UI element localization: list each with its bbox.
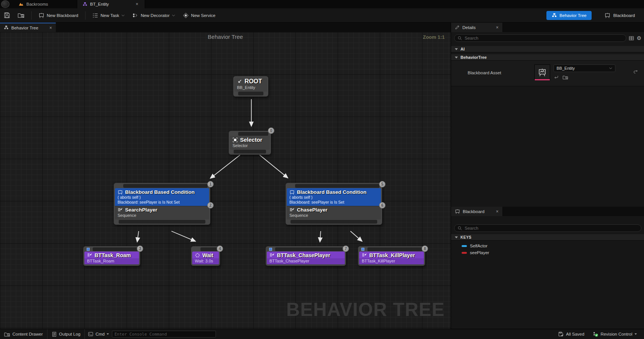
blackboard-search-input[interactable] — [465, 226, 638, 230]
input-pin[interactable] — [238, 132, 268, 136]
blackboard-mode-button[interactable]: Blackboard — [601, 11, 639, 20]
display-filter-icon[interactable] — [629, 35, 634, 41]
category-ai[interactable]: AI — [451, 46, 644, 52]
input-pin[interactable] — [93, 247, 138, 251]
right-panel: Details × ⚙ AI BehaviorTree Blackboard A… — [451, 23, 644, 329]
collapse-arrow-icon — [455, 48, 458, 50]
behavior-tree-mode-label: Behavior Tree — [560, 13, 587, 18]
unreal-logo-icon[interactable] — [1, 0, 9, 8]
input-pin[interactable] — [123, 184, 208, 188]
output-pin[interactable] — [238, 92, 263, 95]
node-subtitle: BTTask_Roam — [84, 258, 139, 264]
output-pin[interactable] — [119, 220, 205, 224]
new-task-button[interactable]: New Task — [89, 11, 129, 20]
browse-to-asset-button[interactable] — [14, 11, 28, 20]
tab-behavior-tree-graph[interactable]: Behavior Tree × — [0, 23, 56, 32]
behavior-tree-graph-canvas[interactable]: Behavior Tree Zoom 1:1 BEHAVIOR TREE — [0, 32, 451, 329]
node-root[interactable]: ROOT BB_Entity — [233, 76, 268, 97]
folder-search-icon — [18, 12, 24, 18]
tab-backrooms[interactable]: Backrooms — [13, 0, 77, 8]
close-icon[interactable]: × — [496, 25, 499, 30]
tab-details[interactable]: Details × — [451, 23, 502, 32]
composite-sequence[interactable]: ChasePlayer Sequence — [287, 206, 381, 219]
settings-gear-icon[interactable]: ⚙ — [636, 35, 641, 41]
details-tab-label: Details — [462, 25, 476, 30]
decorator-abort-mode: ( aborts self ) — [289, 195, 378, 200]
chevron-down-icon — [172, 14, 175, 17]
blackboard-asset-dropdown[interactable]: BB_Entity — [554, 64, 615, 72]
key-row-selfactor[interactable]: SelfActor — [451, 242, 644, 249]
category-label: BehaviorTree — [460, 55, 487, 60]
asset-thumbnail[interactable] — [534, 64, 550, 80]
node-wait[interactable]: Wait Wait: 3.0s 4 — [191, 246, 220, 266]
output-pin[interactable] — [234, 150, 266, 153]
new-service-label: New Service — [191, 13, 216, 18]
input-pin[interactable] — [367, 247, 422, 251]
collapse-arrow-icon — [455, 236, 458, 238]
content-drawer-label: Content Drawer — [12, 332, 43, 336]
node-bttask-roam[interactable]: BTTask_Roam BTTask_Roam 3 — [83, 246, 140, 266]
details-search-input[interactable] — [465, 36, 623, 40]
close-icon[interactable]: × — [49, 25, 52, 31]
close-icon[interactable]: × — [496, 209, 499, 214]
category-behaviortree[interactable]: BehaviorTree — [451, 54, 644, 61]
node-selector[interactable]: Selector Selector 0 — [229, 131, 271, 155]
node-bttask-chaseplayer[interactable]: BTTask_ChasePlayer BTTask_ChasePlayer 7 — [266, 246, 346, 266]
category-keys[interactable]: KEYS — [451, 234, 644, 241]
execution-index-badge: 8 — [422, 245, 428, 252]
new-service-button[interactable]: New Service — [179, 11, 219, 20]
all-saved-indicator[interactable]: All Saved — [554, 329, 589, 339]
key-row-seeplayer[interactable]: seePlayer — [451, 249, 644, 256]
save-button[interactable] — [0, 11, 14, 20]
asset-toolbar: New Blackboard New Task New Decorator Ne… — [0, 8, 644, 23]
node-subtitle: BTTask_KillPlayer — [359, 258, 424, 264]
input-pin[interactable] — [200, 247, 217, 251]
input-pin[interactable] — [275, 247, 343, 251]
close-icon[interactable]: × — [135, 2, 139, 7]
selected-asset: BB_Entity — [557, 66, 609, 71]
execution-index-badge: 2 — [207, 202, 214, 209]
decorator-title: Blackboard Based Condition — [125, 189, 195, 195]
node-title: ROOT — [245, 78, 262, 85]
blueprint-indicator — [87, 248, 90, 251]
content-drawer-button[interactable]: Content Drawer — [0, 329, 47, 339]
node-title: Selector — [240, 137, 262, 143]
blackboard-mode-label: Blackboard — [613, 13, 635, 18]
output-log-button[interactable]: Output Log — [47, 329, 85, 339]
input-pin[interactable] — [295, 184, 379, 188]
decorator-abort-mode: ( aborts self ) — [118, 195, 207, 200]
key-name: seePlayer — [470, 250, 489, 255]
reset-to-default-icon[interactable] — [633, 70, 638, 75]
node-bttask-killplayer[interactable]: BTTask_KillPlayer BTTask_KillPlayer 8 — [358, 246, 425, 266]
decorator-blackboard-condition[interactable]: Blackboard Based Condition ( aborts self… — [115, 188, 209, 206]
task-icon — [87, 253, 92, 258]
decorator-title: Blackboard Based Condition — [297, 189, 367, 195]
tab-bt-entity[interactable]: BT_Entity × — [77, 0, 145, 8]
key-type-color — [462, 252, 467, 254]
key-name: SelfActor — [470, 244, 488, 248]
blackboard-search[interactable] — [454, 224, 641, 232]
search-icon — [457, 36, 462, 41]
new-decorator-button[interactable]: New Decorator — [128, 11, 179, 20]
output-pin[interactable] — [291, 220, 377, 224]
composite-sequence[interactable]: SearchPlayer Sequence — [115, 206, 209, 219]
details-search[interactable] — [454, 34, 626, 42]
node-searchplayer-branch[interactable]: Blackboard Based Condition ( aborts self… — [114, 183, 210, 225]
cmd-label: Cmd — [95, 332, 104, 336]
output-log-label: Output Log — [59, 332, 81, 336]
node-chaseplayer-branch[interactable]: Blackboard Based Condition ( aborts self… — [286, 183, 382, 225]
node-subtitle: Selector — [233, 143, 267, 149]
execution-index-badge: 5 — [379, 181, 385, 187]
revision-control-button[interactable]: Revision Control — [589, 329, 641, 339]
console-command-input[interactable] — [112, 331, 216, 337]
tab-label: Backrooms — [26, 2, 48, 6]
save-check-icon — [558, 331, 564, 337]
chevron-down-icon — [609, 67, 612, 69]
browse-to-asset-icon[interactable] — [563, 75, 568, 80]
use-selected-asset-icon[interactable] — [554, 75, 559, 80]
new-blackboard-button[interactable]: New Blackboard — [35, 11, 82, 20]
behavior-tree-mode-button[interactable]: Behavior Tree — [546, 11, 592, 20]
decorator-blackboard-condition[interactable]: Blackboard Based Condition ( aborts self… — [287, 188, 381, 206]
tab-blackboard[interactable]: Blackboard × — [451, 207, 502, 216]
cmd-dropdown[interactable]: Cmd — [85, 331, 112, 337]
